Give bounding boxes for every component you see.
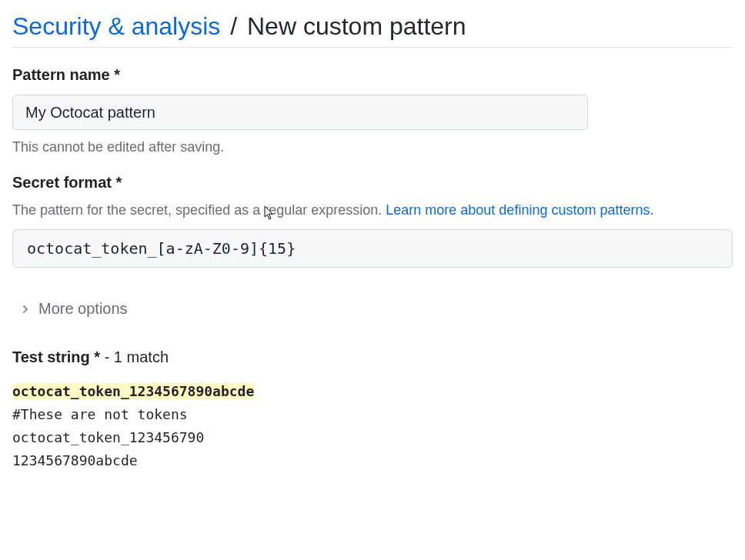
test-line: octocat_token_123456790 (12, 426, 733, 449)
chevron-right-icon (18, 303, 31, 315)
secret-format-group: Secret format * The pattern for the secr… (12, 174, 733, 268)
secret-format-desc-text: The pattern for the secret, specified as… (12, 202, 386, 218)
breadcrumb-link-security[interactable]: Security & analysis (12, 12, 220, 40)
more-options-label: More options (38, 300, 128, 318)
learn-more-link[interactable]: Learn more about defining custom pattern… (386, 202, 653, 218)
page-title: Security & analysis / New custom pattern (12, 12, 733, 48)
secret-format-input[interactable] (12, 229, 733, 268)
breadcrumb-current: New custom pattern (247, 12, 466, 40)
test-string-area[interactable]: octocat_token_1234567890abcde#These are … (12, 380, 733, 472)
pattern-name-input[interactable] (12, 95, 588, 130)
test-line: #These are not tokens (12, 403, 733, 426)
pattern-name-helper: This cannot be edited after saving. (12, 139, 733, 155)
breadcrumb-separator: / (227, 12, 240, 40)
more-options-toggle[interactable]: More options (18, 300, 128, 318)
pattern-name-group: Pattern name * This cannot be edited aft… (12, 66, 733, 155)
test-string-label: Test string * - 1 match (12, 348, 733, 366)
test-line: octocat_token_1234567890abcde (12, 380, 733, 403)
test-string-label-strong: Test string * (12, 348, 100, 365)
secret-format-label: Secret format * (12, 174, 733, 192)
pattern-name-label: Pattern name * (12, 66, 733, 84)
test-line: 1234567890abcde (12, 449, 733, 472)
test-string-match-count: - 1 match (100, 348, 169, 365)
match-highlight: octocat_token_1234567890abcde (12, 383, 254, 399)
test-string-group: Test string * - 1 match octocat_token_12… (12, 348, 733, 472)
secret-format-desc: The pattern for the secret, specified as… (12, 202, 733, 218)
